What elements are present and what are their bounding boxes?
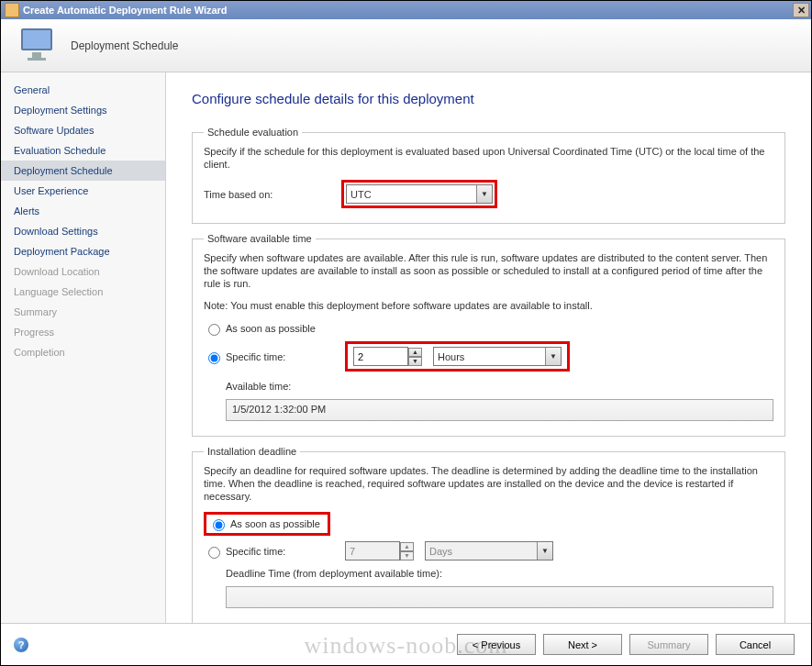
nav-download-settings[interactable]: Download Settings [1, 221, 165, 241]
available-unit-dropdown[interactable]: Hours ▼ [433, 347, 562, 366]
available-specific-highlight: ▲ ▼ Hours ▼ [345, 341, 570, 372]
software-available-group: Software available time Specify when sof… [192, 233, 785, 437]
schedule-evaluation-group: Schedule evaluation Specify if the sched… [192, 127, 785, 224]
deadline-unit-dropdown: Days ▼ [425, 541, 553, 561]
help-icon[interactable]: ? [14, 638, 28, 652]
available-value-spinner[interactable]: ▲ ▼ [353, 347, 422, 366]
installation-deadline-group: Installation deadline Specify an deadlin… [192, 446, 785, 623]
previous-button[interactable]: < Previous [457, 634, 536, 655]
deadline-specific-label: Specific time: [226, 546, 345, 557]
time-based-on-highlight: UTC ▼ [341, 180, 497, 208]
nav-summary: Summary [1, 302, 165, 322]
available-value-input[interactable] [353, 347, 408, 366]
available-asap-label: As soon as possible [226, 323, 316, 334]
installation-deadline-legend: Installation deadline [204, 446, 300, 457]
schedule-evaluation-desc: Specify if the schedule for this deploym… [204, 145, 773, 171]
chevron-down-icon[interactable]: ▼ [476, 185, 492, 203]
wizard-footer: ? < Previous Next > Summary Cancel [1, 623, 811, 665]
deadline-specific-radio[interactable] [208, 547, 220, 559]
chevron-down-icon: ▼ [537, 542, 552, 560]
chevron-down-icon[interactable]: ▼ [545, 348, 561, 365]
available-time-display: 1/5/2012 1:32:00 PM [226, 399, 773, 421]
spinner-down-icon[interactable]: ▼ [408, 357, 422, 366]
nav-completion: Completion [1, 342, 165, 362]
schedule-evaluation-legend: Schedule evaluation [204, 127, 302, 138]
deadline-asap-highlight: As soon as possible [204, 512, 330, 536]
wizard-nav: General Deployment Settings Software Upd… [1, 72, 166, 623]
deadline-asap-radio[interactable] [213, 519, 225, 531]
nav-progress: Progress [1, 322, 165, 342]
nav-deployment-settings[interactable]: Deployment Settings [1, 100, 165, 120]
software-available-desc: Specify when software updates are availa… [204, 251, 773, 290]
installation-deadline-desc: Specify an deadline for required softwar… [204, 464, 773, 503]
nav-user-experience[interactable]: User Experience [1, 181, 165, 201]
summary-button: Summary [629, 634, 708, 655]
title-bar: Create Automatic Deployment Rule Wizard … [1, 1, 811, 19]
time-based-on-dropdown[interactable]: UTC ▼ [346, 184, 493, 204]
close-button[interactable]: ✕ [793, 3, 809, 17]
nav-evaluation-schedule[interactable]: Evaluation Schedule [1, 140, 165, 161]
app-icon [5, 3, 19, 17]
software-available-note: Note: You must enable this deployment be… [204, 299, 773, 312]
nav-deployment-schedule[interactable]: Deployment Schedule [1, 161, 165, 181]
deadline-value-spinner: ▲ ▼ [345, 541, 414, 561]
nav-software-updates[interactable]: Software Updates [1, 120, 165, 140]
software-available-legend: Software available time [204, 233, 316, 244]
nav-deployment-package[interactable]: Deployment Package [1, 241, 165, 261]
computer-icon [17, 28, 58, 63]
deadline-time-display [226, 586, 773, 608]
nav-alerts[interactable]: Alerts [1, 201, 165, 221]
spinner-down-icon: ▼ [400, 551, 414, 561]
time-based-on-label: Time based on: [204, 189, 341, 200]
window-title: Create Automatic Deployment Rule Wizard [23, 5, 793, 16]
next-button[interactable]: Next > [543, 634, 622, 655]
available-time-label: Available time: [226, 381, 291, 392]
nav-download-location: Download Location [1, 261, 165, 282]
nav-language-selection: Language Selection [1, 282, 165, 302]
time-based-on-value: UTC [347, 189, 476, 200]
page-title: Configure schedule details for this depl… [192, 91, 785, 106]
spinner-up-icon: ▲ [400, 542, 414, 551]
available-asap-radio[interactable] [208, 324, 220, 336]
available-unit-value: Hours [434, 351, 545, 362]
deadline-unit-value: Days [426, 546, 537, 557]
deadline-asap-label: As soon as possible [230, 518, 320, 529]
deadline-time-label: Deadline Time (from deployment available… [226, 568, 442, 579]
content-pane: Configure schedule details for this depl… [166, 72, 811, 623]
wizard-header: Deployment Schedule [1, 19, 811, 72]
header-caption: Deployment Schedule [71, 39, 178, 52]
nav-general[interactable]: General [1, 80, 165, 100]
cancel-button[interactable]: Cancel [716, 634, 795, 655]
spinner-up-icon[interactable]: ▲ [408, 348, 422, 357]
available-specific-label: Specific time: [226, 351, 345, 362]
deadline-value-input [345, 541, 400, 561]
available-specific-radio[interactable] [208, 352, 220, 364]
